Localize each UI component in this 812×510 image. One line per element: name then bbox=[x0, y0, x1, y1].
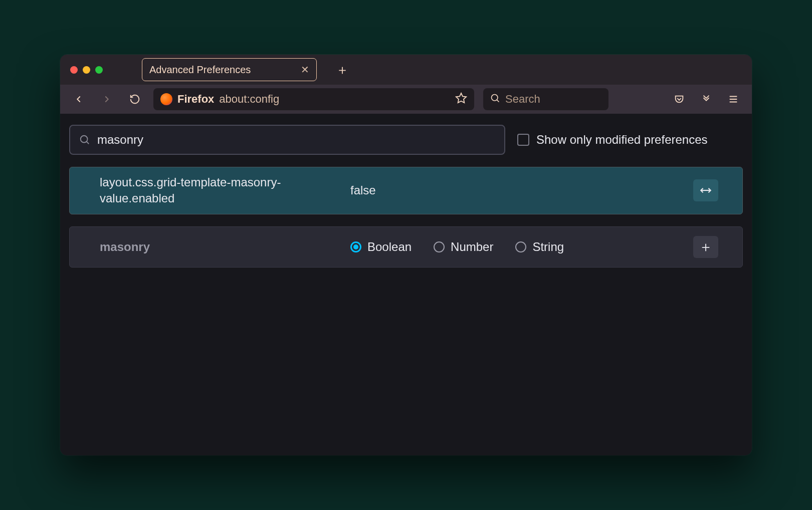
window-controls bbox=[70, 66, 103, 74]
svg-line-2 bbox=[497, 100, 499, 102]
about-config-content: Show only modified preferences layout.cs… bbox=[60, 114, 752, 279]
url-identity-label: Firefox bbox=[177, 93, 214, 106]
radio-input-string[interactable] bbox=[515, 241, 526, 252]
bookmark-star-icon[interactable] bbox=[455, 92, 467, 106]
config-search-input[interactable] bbox=[97, 133, 495, 147]
radio-label: String bbox=[532, 240, 564, 254]
tab-title: Advanced Preferences bbox=[149, 64, 251, 76]
url-bar[interactable]: Firefox about:config bbox=[153, 88, 474, 110]
radio-input-number[interactable] bbox=[434, 241, 445, 252]
svg-line-7 bbox=[87, 142, 89, 144]
radio-string[interactable]: String bbox=[515, 240, 564, 254]
browser-window: Advanced Preferences ✕ ＋ Firefox about:c… bbox=[60, 55, 752, 455]
preference-name: layout.css.grid-template-masonry-value.e… bbox=[100, 174, 350, 207]
back-button[interactable] bbox=[69, 90, 88, 109]
reload-button[interactable] bbox=[125, 90, 144, 109]
maximize-window-button[interactable] bbox=[95, 66, 103, 74]
titlebar: Advanced Preferences ✕ ＋ bbox=[60, 55, 752, 85]
new-tab-button[interactable]: ＋ bbox=[335, 61, 350, 79]
checkbox-text: Show only modified preferences bbox=[536, 133, 708, 147]
svg-point-1 bbox=[492, 95, 498, 101]
menu-button[interactable] bbox=[724, 90, 743, 109]
preference-row[interactable]: layout.css.grid-template-masonry-value.e… bbox=[69, 167, 743, 214]
show-modified-checkbox[interactable] bbox=[517, 134, 529, 146]
forward-button[interactable] bbox=[97, 90, 116, 109]
preference-value: false bbox=[350, 183, 693, 197]
new-preference-name: masonry bbox=[100, 240, 350, 254]
navigation-toolbar: Firefox about:config Search bbox=[60, 85, 752, 114]
show-modified-checkbox-label[interactable]: Show only modified preferences bbox=[517, 133, 708, 147]
radio-number[interactable]: Number bbox=[434, 240, 493, 254]
type-radio-group: Boolean Number String bbox=[350, 240, 693, 254]
close-window-button[interactable] bbox=[70, 66, 78, 74]
new-preference-row: masonry Boolean Number String ＋ bbox=[69, 226, 743, 268]
search-placeholder: Search bbox=[505, 93, 540, 106]
browser-tab[interactable]: Advanced Preferences ✕ bbox=[142, 58, 317, 81]
url-value: about:config bbox=[219, 93, 279, 106]
radio-label: Boolean bbox=[367, 240, 412, 254]
pocket-button[interactable] bbox=[670, 90, 689, 109]
minimize-window-button[interactable] bbox=[83, 66, 90, 74]
overflow-button[interactable] bbox=[697, 90, 716, 109]
close-tab-icon[interactable]: ✕ bbox=[301, 64, 309, 76]
config-search-field[interactable] bbox=[69, 125, 505, 155]
config-search-row: Show only modified preferences bbox=[69, 125, 743, 155]
toggle-button[interactable] bbox=[693, 179, 718, 201]
radio-boolean[interactable]: Boolean bbox=[350, 240, 412, 254]
search-icon bbox=[490, 93, 500, 105]
radio-label: Number bbox=[451, 240, 493, 254]
svg-marker-0 bbox=[456, 93, 466, 103]
search-bar[interactable]: Search bbox=[483, 88, 608, 110]
radio-input-boolean[interactable] bbox=[350, 241, 361, 252]
add-preference-button[interactable]: ＋ bbox=[693, 236, 718, 258]
firefox-icon bbox=[160, 93, 172, 105]
svg-point-6 bbox=[81, 136, 88, 143]
